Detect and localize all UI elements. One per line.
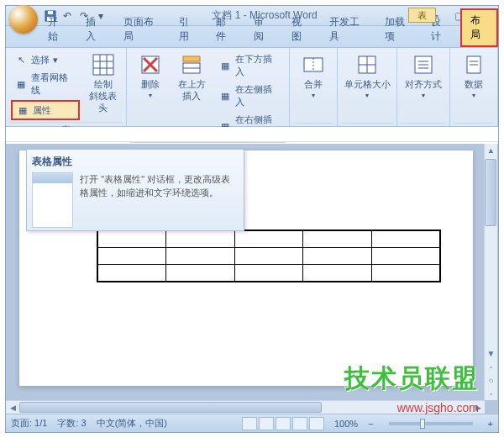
insert-above-button[interactable]: 在上方 插入: [172, 50, 212, 103]
group-table: ↖选择 ▾ ▦查看网格线 ▦属性 绘制 斜线表头 表: [6, 48, 127, 126]
browse-select-icon[interactable]: ○: [485, 373, 497, 387]
table-icon: [90, 51, 117, 78]
cellsize-icon: [354, 51, 381, 78]
scroll-thumb[interactable]: [485, 159, 496, 226]
view-reading-icon[interactable]: [259, 417, 274, 430]
watermark-url: www.jsgho.com: [397, 401, 479, 414]
svg-rect-13: [183, 56, 200, 61]
data-button[interactable]: 数据▾: [454, 50, 494, 103]
ruler[interactable]: [6, 127, 498, 142]
tab-mailings[interactable]: 邮件: [207, 12, 242, 47]
group-merge: 合并▾: [290, 48, 338, 126]
merge-icon: [300, 51, 327, 78]
group-cellsize: 单元格大小▾: [338, 48, 397, 126]
zoom-out-icon[interactable]: −: [368, 419, 373, 429]
group-label: [293, 123, 333, 126]
insert-below-button[interactable]: ▦在下方插入: [215, 51, 284, 80]
delete-button[interactable]: 删除▾: [130, 50, 170, 103]
group-label: [341, 123, 393, 126]
tab-insert[interactable]: 插入: [77, 12, 112, 47]
cursor-icon: ↖: [14, 53, 28, 66]
tab-review[interactable]: 审阅: [245, 12, 280, 47]
watermark-text: 技术员联盟: [344, 361, 479, 396]
context-tab-label: 表: [408, 8, 436, 23]
col-left-icon: ▦: [218, 89, 232, 103]
group-rows-cols: 删除▾ 在上方 插入 ▦在下方插入 ▦在左侧插入 ▦在右侧插入 行和列: [127, 48, 290, 126]
group-data: 数据▾: [450, 48, 498, 126]
cellsize-button[interactable]: 单元格大小▾: [341, 50, 393, 103]
data-icon: [460, 51, 487, 78]
scroll-up-icon[interactable]: ▲: [485, 144, 497, 157]
tab-home[interactable]: 开始: [39, 12, 74, 47]
view-print-icon[interactable]: [242, 417, 257, 430]
group-label: [401, 123, 446, 126]
scroll-thumb-h[interactable]: [19, 402, 322, 413]
properties-icon: ▦: [16, 103, 29, 117]
grid-icon: ▦: [14, 77, 28, 91]
office-button[interactable]: [9, 5, 38, 34]
document-table[interactable]: [97, 230, 441, 282]
svg-rect-3: [93, 55, 113, 75]
tab-layout[interactable]: 布局: [460, 8, 498, 47]
delete-icon: [137, 51, 164, 78]
scroll-left-icon[interactable]: ◀: [6, 401, 19, 414]
scroll-down-icon[interactable]: ▼: [485, 346, 497, 360]
page-status[interactable]: 页面: 1/1: [11, 417, 47, 430]
view-outline-icon[interactable]: [292, 417, 307, 430]
browse-prev-icon[interactable]: ◦: [485, 360, 497, 373]
view-web-icon[interactable]: [276, 417, 291, 430]
row-below-icon: ▦: [218, 59, 232, 72]
view-draft-icon[interactable]: [309, 417, 324, 430]
tooltip: 表格属性 打开 "表格属性" 对话框，更改高级表格属性，如缩进和文字环绕选项。: [26, 149, 244, 231]
ribbon: ↖选择 ▾ ▦查看网格线 ▦属性 绘制 斜线表头 表 删除▾ 在: [6, 48, 498, 127]
tooltip-title: 表格属性: [32, 155, 239, 169]
zoom-in-icon[interactable]: +: [488, 419, 493, 429]
select-button[interactable]: ↖选择 ▾: [11, 51, 80, 68]
insert-above-icon: [178, 51, 205, 78]
vertical-scrollbar[interactable]: ▲ ▼ ◦ ○ ◦: [484, 144, 497, 400]
draw-diagonal-button[interactable]: 绘制 斜线表头: [83, 50, 123, 115]
word-count[interactable]: 字数: 3: [57, 417, 86, 430]
language-status[interactable]: 中文(简体，中国): [97, 417, 167, 430]
tab-view[interactable]: 视图: [283, 12, 318, 47]
statusbar: 页面: 1/1 字数: 3 中文(简体，中国) 100% − +: [6, 414, 498, 432]
tooltip-text: 打开 "表格属性" 对话框，更改高级表格属性，如缩进和文字环绕选项。: [80, 172, 239, 228]
align-button[interactable]: 对齐方式▾: [401, 50, 446, 103]
zoom-slider[interactable]: [389, 422, 473, 425]
merge-button[interactable]: 合并▾: [293, 50, 333, 103]
ribbon-tabs: 开始 插入 页面布局 引用 邮件 审阅 视图 开发工具 加载项 设计 布局: [6, 26, 498, 48]
insert-left-button[interactable]: ▦在左侧插入: [215, 82, 284, 110]
group-align: 对齐方式▾: [397, 48, 450, 126]
gridlines-button[interactable]: ▦查看网格线: [11, 70, 80, 98]
tab-references[interactable]: 引用: [171, 12, 205, 47]
zoom-level[interactable]: 100%: [334, 419, 358, 429]
properties-button[interactable]: ▦属性: [11, 100, 80, 120]
group-label: [454, 123, 494, 126]
tab-developer[interactable]: 开发工具: [321, 12, 373, 47]
tab-pagelayout[interactable]: 页面布局: [115, 12, 167, 47]
browse-next-icon[interactable]: ◦: [485, 387, 497, 400]
tooltip-image: [32, 172, 73, 228]
align-icon: [410, 51, 437, 78]
